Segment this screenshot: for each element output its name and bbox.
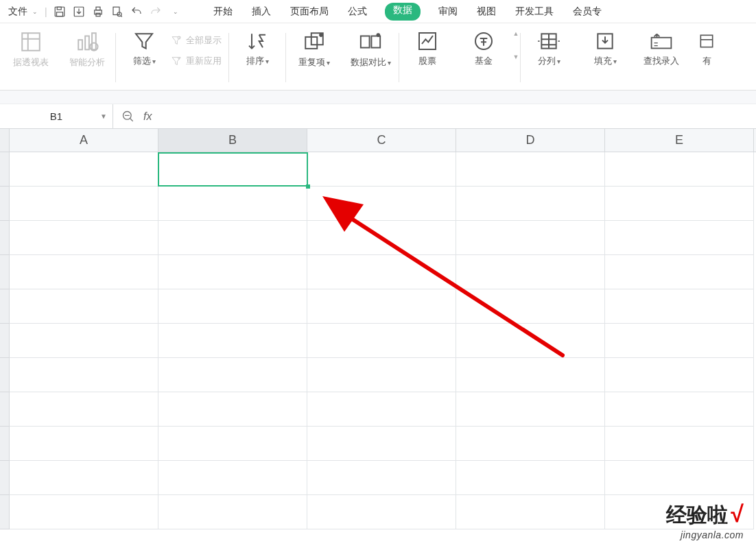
scroll-control[interactable]: ▲▼ <box>512 30 520 60</box>
cell[interactable] <box>605 427 754 461</box>
cell[interactable] <box>10 289 158 324</box>
cell[interactable] <box>10 221 158 255</box>
cell[interactable] <box>605 255 754 289</box>
row-header[interactable] <box>0 289 10 324</box>
tab-data[interactable]: 数据 <box>385 3 421 21</box>
tab-insert[interactable]: 插入 <box>250 3 272 21</box>
cell[interactable] <box>10 358 158 392</box>
row-header[interactable] <box>0 221 10 255</box>
spreadsheet-grid[interactable]: A B C D E <box>0 129 756 529</box>
zoom-out-icon[interactable] <box>121 110 135 123</box>
undo-icon[interactable] <box>127 2 146 21</box>
cell[interactable] <box>456 289 605 324</box>
cell[interactable] <box>307 427 456 461</box>
quickaccess-dropdown-icon[interactable]: ⌄ <box>165 2 185 21</box>
cell[interactable] <box>10 152 158 187</box>
column-header-e[interactable]: E <box>605 129 754 152</box>
cell[interactable] <box>158 221 307 255</box>
tab-page-layout[interactable]: 页面布局 <box>289 3 330 21</box>
cell[interactable] <box>158 289 307 324</box>
print-preview-icon[interactable] <box>108 2 127 21</box>
cell[interactable] <box>10 495 158 529</box>
cell[interactable] <box>307 392 456 427</box>
cell[interactable] <box>10 187 158 221</box>
cell[interactable] <box>307 324 456 358</box>
fund-button[interactable]: 基金 <box>462 30 505 71</box>
cell[interactable] <box>10 324 158 358</box>
column-header-d[interactable]: D <box>456 129 605 152</box>
cell[interactable] <box>605 461 754 495</box>
print-icon[interactable] <box>88 2 108 21</box>
cell[interactable] <box>158 392 307 427</box>
find-input-button[interactable]: 查找录入 <box>640 30 683 71</box>
cell[interactable] <box>605 392 754 427</box>
column-header-b[interactable]: B <box>158 129 307 152</box>
split-column-button[interactable]: 分列 <box>528 30 570 71</box>
filter-button[interactable]: 筛选 <box>123 30 165 71</box>
cell[interactable] <box>307 255 456 289</box>
cell[interactable] <box>307 289 456 324</box>
cell[interactable] <box>456 461 605 495</box>
cell[interactable] <box>10 255 158 289</box>
fill-handle[interactable] <box>306 184 310 189</box>
cell[interactable] <box>605 187 754 221</box>
cell[interactable] <box>158 495 307 529</box>
cell[interactable] <box>10 427 158 461</box>
row-header[interactable] <box>0 427 10 461</box>
cell[interactable] <box>158 187 307 221</box>
cell[interactable] <box>456 255 605 289</box>
cell[interactable] <box>158 255 307 289</box>
cell[interactable] <box>605 152 754 187</box>
cell[interactable] <box>307 495 456 529</box>
name-box[interactable]: B1 ▼ <box>0 104 113 129</box>
cell[interactable] <box>456 221 605 255</box>
tab-formula[interactable]: 公式 <box>346 3 368 21</box>
cell[interactable] <box>456 495 605 529</box>
cell[interactable] <box>10 461 158 495</box>
cell[interactable] <box>605 289 754 324</box>
fill-button[interactable]: 填充 <box>584 30 626 71</box>
cell[interactable] <box>605 324 754 358</box>
row-header[interactable] <box>0 187 10 221</box>
cell[interactable] <box>456 152 605 187</box>
row-header[interactable] <box>0 392 10 427</box>
cell[interactable] <box>10 392 158 427</box>
save-icon[interactable] <box>50 2 69 21</box>
cell[interactable] <box>158 324 307 358</box>
cell[interactable] <box>456 392 605 427</box>
tab-member[interactable]: 会员专 <box>571 3 603 21</box>
column-header-a[interactable]: A <box>10 129 158 152</box>
saveas-icon[interactable] <box>69 2 88 21</box>
cell[interactable] <box>456 324 605 358</box>
select-all-corner[interactable] <box>0 129 10 152</box>
duplicates-button[interactable]: 重复项 <box>293 30 335 73</box>
row-header[interactable] <box>0 255 10 289</box>
cell[interactable] <box>605 221 754 255</box>
fx-label[interactable]: fx <box>143 110 152 123</box>
cell[interactable] <box>158 358 307 392</box>
cell[interactable] <box>307 358 456 392</box>
cell[interactable] <box>456 187 605 221</box>
compare-button[interactable]: 数据对比 <box>349 30 392 73</box>
cell[interactable] <box>456 427 605 461</box>
tab-devtools[interactable]: 开发工具 <box>514 3 555 21</box>
cell[interactable] <box>307 187 456 221</box>
cell[interactable] <box>605 358 754 392</box>
row-header[interactable] <box>0 495 10 529</box>
formula-input[interactable] <box>160 110 748 122</box>
cell[interactable] <box>307 152 456 187</box>
sort-button[interactable]: 排序 <box>236 30 279 71</box>
cell[interactable] <box>158 427 307 461</box>
cell[interactable] <box>456 358 605 392</box>
row-header[interactable] <box>0 358 10 392</box>
validation-button[interactable]: 有 <box>696 30 717 71</box>
column-header-c[interactable]: C <box>307 129 456 152</box>
cell[interactable] <box>307 221 456 255</box>
tab-review[interactable]: 审阅 <box>437 3 459 21</box>
row-header[interactable] <box>0 152 10 187</box>
cell[interactable] <box>158 461 307 495</box>
row-header[interactable] <box>0 461 10 495</box>
tab-start[interactable]: 开始 <box>212 3 234 21</box>
file-menu[interactable]: 文件 ⌄ <box>4 4 42 19</box>
stock-button[interactable]: 股票 <box>406 30 449 71</box>
